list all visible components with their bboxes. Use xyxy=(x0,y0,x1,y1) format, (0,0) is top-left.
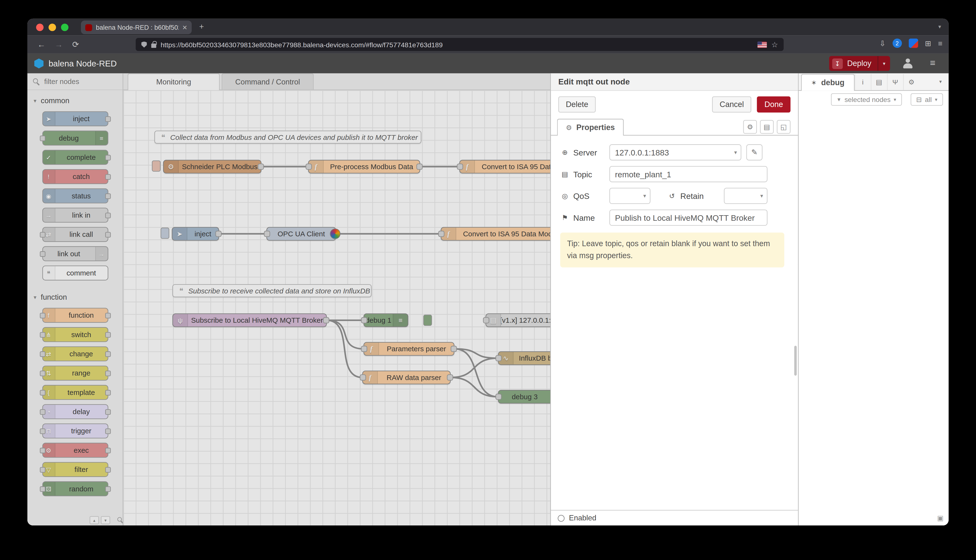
close-window-button[interactable] xyxy=(36,23,43,31)
node-action-button[interactable] xyxy=(152,160,160,172)
palette-node-exec[interactable]: ⚙exec xyxy=(42,443,108,458)
bookmark-star-icon[interactable]: ☆ xyxy=(771,40,778,49)
flag-icon[interactable] xyxy=(758,41,767,48)
input-port[interactable] xyxy=(264,231,270,237)
edit-server-button[interactable]: ✎ xyxy=(746,144,762,160)
flow-node-pre-process-modbus-data[interactable]: fPre-process Modbus Data xyxy=(308,160,420,173)
palette-node-link-in[interactable]: →link in xyxy=(42,208,108,223)
browser-tab[interactable]: balena Node-RED : b60bf5020 ✕ xyxy=(81,21,192,34)
flow-node-opc-ua-client[interactable]: OPC UA Client xyxy=(266,227,336,241)
server-select[interactable]: 127.0.0.1:1883 xyxy=(609,144,741,160)
tab-debug[interactable]: ✶ debug xyxy=(801,74,854,91)
done-button[interactable]: Done xyxy=(757,97,790,113)
input-port[interactable] xyxy=(457,163,463,170)
description-icon[interactable]: ▤ xyxy=(760,120,774,133)
retain-select[interactable] xyxy=(724,188,767,204)
input-port[interactable] xyxy=(495,355,502,361)
tab-properties[interactable]: ⚙ Properties xyxy=(557,119,624,135)
palette-node-template[interactable]: {template xyxy=(42,385,108,400)
flow-node-schneider-plc-modbus[interactable]: ⚙Schneider PLC Modbus xyxy=(163,160,262,173)
tab-info-icon[interactable]: i xyxy=(854,74,871,90)
node-action-button[interactable] xyxy=(160,228,169,239)
palette-search[interactable] xyxy=(27,73,123,90)
flow-node-debug-1[interactable]: ≡debug 1 xyxy=(364,313,408,327)
deploy-options-caret[interactable]: ▾ xyxy=(877,56,890,71)
palette-node-debug[interactable]: ≡debug xyxy=(42,130,108,145)
main-menu-icon[interactable]: ≡ xyxy=(930,57,936,68)
extension-badge-icon[interactable]: 2 xyxy=(892,38,902,48)
output-port[interactable] xyxy=(447,374,453,380)
collapse-all-button[interactable]: ▴ xyxy=(90,516,99,524)
tab-monitoring[interactable]: Monitoring xyxy=(127,73,220,90)
flow-node-subscribe-to-local-hivemq-mqtt-broker[interactable]: ψSubscribe to Local HiveMQ MQTT Broker xyxy=(172,313,327,327)
palette-node-function[interactable]: ffunction xyxy=(42,308,108,323)
clear-all-button[interactable]: ⊟ all ▾ xyxy=(911,93,943,106)
url-bar[interactable]: https://b60bf502033463079813e803bee77988… xyxy=(136,38,784,51)
appearance-icon[interactable]: ◱ xyxy=(777,120,790,133)
input-port[interactable] xyxy=(360,374,366,380)
flow-node-inject[interactable]: ➤inject xyxy=(172,227,219,241)
output-port[interactable] xyxy=(416,163,423,170)
output-port[interactable] xyxy=(258,163,264,170)
output-port[interactable] xyxy=(451,346,457,352)
tab-overflow-caret-icon[interactable]: ▾ xyxy=(938,23,941,30)
palette-node-trigger[interactable]: ⊓trigger xyxy=(42,423,108,438)
delete-button[interactable]: Delete xyxy=(558,97,596,113)
palette-node-delay[interactable]: ◔delay xyxy=(42,404,108,419)
node-action-button[interactable] xyxy=(423,315,432,326)
tab-command-control[interactable]: Command / Control xyxy=(222,73,314,90)
flow-node-raw-data-parser[interactable]: fRAW data parser xyxy=(362,371,451,384)
input-port[interactable] xyxy=(361,346,367,352)
cancel-button[interactable]: Cancel xyxy=(712,97,752,113)
topic-input[interactable] xyxy=(609,166,767,182)
tab-config-icon[interactable]: ⚙ xyxy=(903,74,919,90)
comment-node[interactable]: ❝Subscribe to receive collected data and… xyxy=(172,284,371,297)
comment-node[interactable]: ❝Collect data from Modbus and OPC UA dev… xyxy=(154,130,421,143)
name-input[interactable] xyxy=(609,210,767,225)
edit-panel-scrollbar[interactable] xyxy=(794,346,797,375)
shield-icon[interactable] xyxy=(141,41,147,48)
lock-icon[interactable] xyxy=(151,43,156,48)
palette-node-status[interactable]: ◉status xyxy=(42,188,108,203)
forward-button[interactable]: → xyxy=(55,40,63,49)
palette-node-comment[interactable]: ❝comment xyxy=(42,266,108,280)
user-icon[interactable] xyxy=(902,58,912,68)
browser-menu-icon[interactable]: ≡ xyxy=(938,39,943,48)
palette-zoom-icon[interactable] xyxy=(117,517,123,523)
palette-category-function[interactable]: ▾function xyxy=(27,287,123,305)
filter-nodes-button[interactable]: ▼ selected nodes ▾ xyxy=(831,93,902,106)
palette-node-link-call[interactable]: ⇄link call xyxy=(42,227,108,242)
palette-node-inject[interactable]: ➤inject xyxy=(42,111,108,126)
qos-select[interactable] xyxy=(609,188,650,204)
deploy-button[interactable]: ↧ Deploy ▾ xyxy=(829,56,890,71)
tab-help-icon[interactable]: ▤ xyxy=(871,74,887,90)
input-port[interactable] xyxy=(483,317,489,323)
extensions-grid-icon[interactable]: ⊞ xyxy=(925,39,931,48)
palette-node-filter[interactable]: ▽filter xyxy=(42,462,108,477)
palette-node-random[interactable]: ⚄random xyxy=(42,481,108,496)
downloads-icon[interactable]: ⇩ xyxy=(879,39,886,48)
palette-node-range[interactable]: ⇅range xyxy=(42,366,108,380)
sidebar-tabs-caret-icon[interactable]: ▾ xyxy=(939,79,946,90)
palette-node-switch[interactable]: ⋔switch xyxy=(42,327,108,342)
new-tab-button[interactable]: + xyxy=(199,22,204,31)
input-port[interactable] xyxy=(495,394,502,400)
palette-node-complete[interactable]: ✓complete xyxy=(42,150,108,165)
tab-close-icon[interactable]: ✕ xyxy=(182,24,187,31)
zoom-window-button[interactable] xyxy=(61,23,69,31)
enabled-toggle-icon[interactable] xyxy=(558,515,565,522)
minimize-window-button[interactable] xyxy=(48,23,56,31)
palette-node-link-out[interactable]: →link out xyxy=(42,246,108,261)
palette-search-input[interactable] xyxy=(44,78,113,85)
flow-node-parameters-parser[interactable]: fParameters parser xyxy=(364,342,455,356)
output-port[interactable] xyxy=(323,317,329,323)
open-debug-window-icon[interactable]: ▣ xyxy=(937,514,944,522)
extension-color-icon[interactable] xyxy=(909,38,918,48)
expand-all-button[interactable]: ▾ xyxy=(101,516,110,524)
output-port[interactable] xyxy=(216,231,222,237)
palette-node-catch[interactable]: !catch xyxy=(42,169,108,184)
palette-category-common[interactable]: ▾common xyxy=(27,90,123,109)
node-settings-icon[interactable]: ⚙ xyxy=(743,120,757,133)
input-port[interactable] xyxy=(361,317,367,323)
input-port[interactable] xyxy=(306,163,312,170)
